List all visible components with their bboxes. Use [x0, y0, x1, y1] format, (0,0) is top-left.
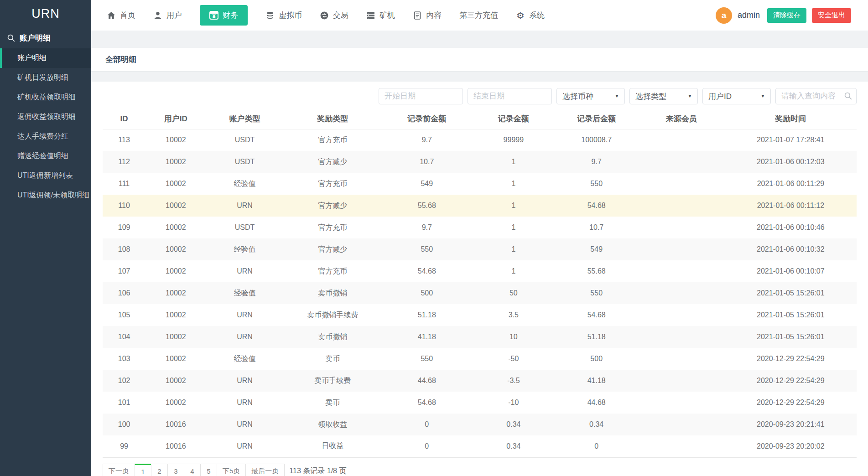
table-cell: 1 — [472, 195, 555, 217]
sidebar-item-label: 达人手续费分红 — [17, 132, 68, 141]
table-cell: 1 — [472, 151, 555, 173]
table-cell: 102 — [103, 370, 146, 392]
pagination-item[interactable]: 最后一页 — [245, 464, 285, 476]
sidebar-section-header: 账户明细 — [0, 27, 91, 48]
type-select[interactable]: 选择类型 ▼ — [629, 88, 698, 104]
sidebar-item[interactable]: UTI返佣新增列表 — [0, 166, 91, 186]
table-row[interactable]: 10410002URN卖币撤销41.181051.182021-01-05 15… — [103, 326, 857, 348]
coin-select[interactable]: 选择币种 ▼ — [556, 88, 625, 104]
table-row[interactable]: 10610002经验值卖币撤销500505502021-01-05 15:26:… — [103, 282, 857, 304]
table-cell: 54.68 — [382, 260, 472, 282]
table-row[interactable]: 10110002URN卖币54.68-1044.682020-12-29 22:… — [103, 392, 857, 414]
table-cell: URN — [206, 392, 283, 414]
sidebar-section-label: 账户明细 — [20, 33, 51, 43]
sidebar-item[interactable]: 达人手续费分红 — [0, 127, 91, 146]
nav-item[interactable]: 首页 — [107, 10, 135, 21]
nav-item[interactable]: 交易 — [320, 10, 348, 21]
table-cell: 44.68 — [382, 370, 472, 392]
table-row[interactable]: 10310002经验值卖币550-505002020-12-29 22:54:2… — [103, 348, 857, 370]
table-cell: 10002 — [146, 348, 206, 370]
pagination-item[interactable]: 1 — [135, 464, 151, 476]
sidebar-item-label: 账户明细 — [17, 53, 47, 63]
table-cell: 10.7 — [382, 151, 472, 173]
sidebar-item[interactable]: 账户明细 — [0, 48, 91, 68]
clear-cache-button[interactable]: 清除缓存 — [767, 8, 806, 23]
start-date-input[interactable] — [379, 88, 463, 104]
table-cell: 官方充币 — [284, 217, 382, 238]
pagination-item[interactable]: 下5页 — [217, 464, 246, 476]
avatar[interactable]: a — [716, 7, 732, 24]
nav-item[interactable]: 虚拟币 — [265, 10, 302, 21]
table-cell: 10016 — [146, 414, 206, 435]
nav-item[interactable]: 矿机 — [366, 10, 395, 21]
table-cell — [638, 173, 725, 195]
table-cell: 2020-12-29 22:54:29 — [725, 392, 857, 414]
table-cell: 10002 — [146, 217, 206, 238]
table-cell: 10016 — [146, 435, 206, 457]
table-row[interactable]: 10910002USDT官方充币9.7110.72021-01-06 00:10… — [103, 217, 857, 238]
table-row[interactable]: 10810002经验值官方减少55015492021-01-06 00:10:3… — [103, 238, 857, 260]
table-cell: 0.34 — [472, 435, 555, 457]
table-cell: 2021-01-06 00:11:29 — [725, 173, 857, 195]
pagination-item[interactable]: 3 — [167, 464, 184, 476]
nav-item-label: 系统 — [529, 10, 545, 21]
table-header-cell: 记录后金额 — [555, 109, 638, 129]
table-cell: 10002 — [146, 238, 206, 260]
nav-item[interactable]: ⚙系统 — [516, 10, 545, 21]
table-cell: 2020-09-23 20:21:41 — [725, 414, 857, 435]
logout-button[interactable]: 安全退出 — [812, 8, 851, 23]
type-select-value: 选择类型 — [635, 91, 666, 102]
sidebar-item[interactable]: UTI返佣领/未领取明细 — [0, 186, 91, 205]
sidebar-item[interactable]: 矿机日发放明细 — [0, 68, 91, 88]
nav-item[interactable]: 第三方充值 — [459, 10, 498, 21]
table-cell: 10002 — [146, 129, 206, 151]
nav-item[interactable]: 内容 — [413, 10, 442, 21]
table-cell: 10002 — [146, 304, 206, 326]
table-cell: 2020-12-29 22:54:29 — [725, 348, 857, 370]
admin-username[interactable]: admin — [738, 10, 760, 20]
sidebar-item[interactable]: 赠送经验值明细 — [0, 146, 91, 166]
pagination-item[interactable]: 4 — [184, 464, 201, 476]
table-row[interactable]: 11210002USDT官方减少10.719.72021-01-06 00:12… — [103, 151, 857, 173]
nav-item-label: 用户 — [166, 10, 182, 21]
search-icon[interactable] — [844, 92, 852, 102]
table-cell: 官方减少 — [284, 238, 382, 260]
tab-all-details[interactable]: 全部明细 — [105, 54, 136, 65]
table-row[interactable]: 11310002USDT官方充币9.799999100008.72021-01-… — [103, 129, 857, 151]
table-cell: 卖币 — [284, 348, 382, 370]
table-cell: 549 — [382, 173, 472, 195]
table-row[interactable]: 10210002URN卖币手续费44.68-3.541.182020-12-29… — [103, 370, 857, 392]
table-row[interactable]: 11010002URN官方减少55.68154.682021-01-06 00:… — [103, 195, 857, 217]
table-cell — [638, 435, 725, 457]
table-row[interactable]: 10010016URN领取收益00.340.342020-09-23 20:21… — [103, 414, 857, 435]
table-cell: 112 — [103, 151, 146, 173]
end-date-input[interactable] — [468, 88, 552, 104]
sidebar-item[interactable]: 矿机收益领取明细 — [0, 88, 91, 107]
userid-select[interactable]: 用户ID ▼ — [702, 88, 771, 104]
sidebar-item-label: 返佣收益领取明细 — [17, 112, 76, 122]
pagination-item[interactable]: 2 — [151, 464, 168, 476]
table-row[interactable]: 11110002经验值官方充币54915502021-01-06 00:11:2… — [103, 173, 857, 195]
table-cell: 0 — [382, 414, 472, 435]
exchange-icon — [320, 11, 329, 20]
sidebar-item[interactable]: 返佣收益领取明细 — [0, 107, 91, 127]
table-cell: 55.68 — [382, 195, 472, 217]
table-cell: 领取收益 — [284, 414, 382, 435]
table-cell: 54.68 — [555, 304, 638, 326]
table-row[interactable]: 10510002URN卖币撤销手续费51.183.554.682021-01-0… — [103, 304, 857, 326]
table-cell: 1 — [472, 173, 555, 195]
nav-item[interactable]: 用户 — [153, 10, 182, 21]
table-row[interactable]: 9910016URN日收益00.3402020-09-23 20:20:02 — [103, 435, 857, 457]
table-cell: 106 — [103, 282, 146, 304]
pagination-item[interactable]: 下一页 — [103, 464, 135, 476]
table-cell: 2020-09-23 20:20:02 — [725, 435, 857, 457]
table-cell: 549 — [555, 238, 638, 260]
table-header-cell: ID — [103, 109, 146, 129]
table-cell: 2021-01-07 17:28:41 — [725, 129, 857, 151]
table-row[interactable]: 10710002URN官方充币54.68155.682021-01-06 00:… — [103, 260, 857, 282]
table-header-cell: 账户类型 — [206, 109, 283, 129]
coins-icon — [265, 11, 275, 20]
pagination-item[interactable]: 5 — [200, 464, 217, 476]
nav-item-label: 第三方充值 — [459, 10, 498, 21]
nav-item[interactable]: ¥财务 — [200, 5, 248, 26]
